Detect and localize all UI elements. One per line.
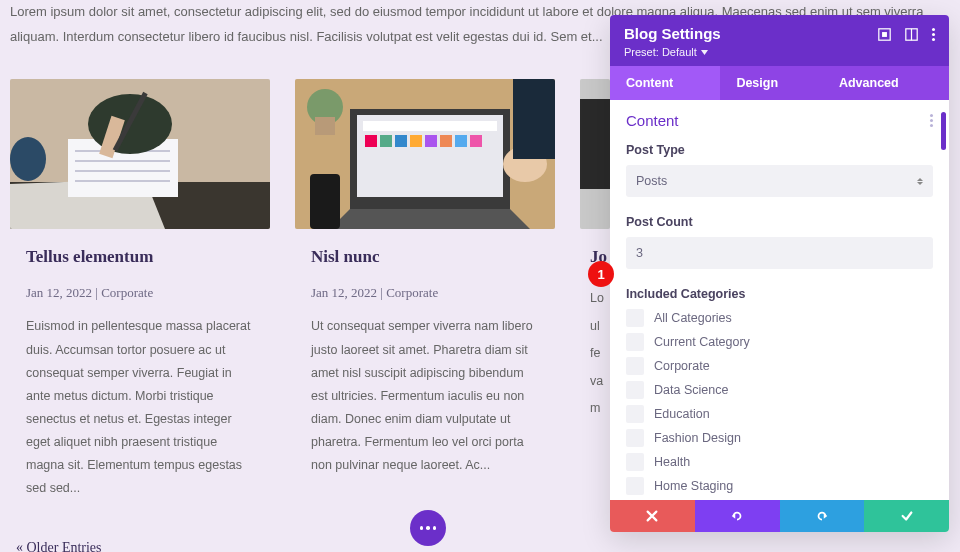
undo-button[interactable] — [695, 500, 780, 532]
section-title[interactable]: Content — [626, 112, 679, 129]
svg-rect-22 — [455, 135, 467, 147]
checkbox[interactable] — [626, 477, 644, 495]
svg-rect-18 — [395, 135, 407, 147]
tab-advanced[interactable]: Advanced — [823, 66, 949, 100]
category-label: Corporate — [654, 359, 710, 373]
post-meta: Jan 12, 2022 | Corporate — [311, 285, 539, 301]
older-entries-link[interactable]: « Older Entries — [10, 540, 950, 552]
panel-header: Blog Settings Preset: Default — [610, 15, 949, 66]
svg-rect-20 — [425, 135, 437, 147]
undo-icon — [730, 509, 744, 523]
category-label: Fashion Design — [654, 431, 741, 445]
post-meta: Jan 12, 2022 | Corporate — [26, 285, 254, 301]
post-thumbnail[interactable] — [10, 79, 270, 229]
checkbox[interactable] — [626, 453, 644, 471]
svg-point-8 — [10, 137, 46, 181]
post-excerpt: Ut consequat semper viverra nam libero j… — [311, 315, 539, 477]
post-excerpt: Euismod in pellentesque massa placerat d… — [26, 315, 254, 500]
svg-rect-17 — [380, 135, 392, 147]
post-card: Jo Lo ul fe va m — [580, 79, 610, 500]
save-button[interactable] — [864, 500, 949, 532]
post-title[interactable]: Nisl nunc — [311, 247, 539, 267]
post-type-value: Posts — [636, 174, 667, 188]
panel-body: Content Post Type Posts Post Count 3 Inc… — [610, 100, 949, 500]
tabs: Content Design Advanced — [610, 66, 949, 100]
select-caret-icon — [917, 178, 923, 185]
close-icon — [645, 509, 659, 523]
expand-icon[interactable] — [878, 28, 891, 41]
category-row[interactable]: All Categories — [626, 309, 933, 327]
category-row[interactable]: Home Staging — [626, 477, 933, 495]
post-thumbnail[interactable] — [295, 79, 555, 229]
post-type-label: Post Type — [626, 143, 933, 157]
category-row[interactable]: Education — [626, 405, 933, 423]
checkbox[interactable] — [626, 357, 644, 375]
tab-design[interactable]: Design — [720, 66, 823, 100]
panel-title: Blog Settings — [624, 25, 721, 42]
category-row[interactable]: Current Category — [626, 333, 933, 351]
svg-rect-15 — [363, 121, 497, 131]
category-label: All Categories — [654, 311, 732, 325]
checkbox[interactable] — [626, 309, 644, 327]
category-label: Health — [654, 455, 690, 469]
chevron-down-icon — [701, 50, 708, 55]
kebab-menu-icon[interactable] — [932, 28, 935, 41]
category-list: All Categories Current Category Corporat… — [626, 309, 933, 500]
category-row[interactable]: Data Science — [626, 381, 933, 399]
post-excerpt: Lo ul fe va m — [590, 285, 606, 423]
post-thumbnail[interactable] — [580, 79, 610, 229]
category-label: Home Staging — [654, 479, 733, 493]
svg-rect-26 — [513, 79, 555, 159]
category-label: Current Category — [654, 335, 750, 349]
settings-panel: Blog Settings Preset: Default Content De… — [610, 15, 949, 532]
post-title[interactable]: Tellus elementum — [26, 247, 254, 267]
redo-button[interactable] — [780, 500, 865, 532]
checkbox[interactable] — [626, 405, 644, 423]
panel-footer — [610, 500, 949, 532]
preset-label: Preset: Default — [624, 46, 697, 58]
svg-rect-23 — [470, 135, 482, 147]
post-card: Tellus elementum Jan 12, 2022 | Corporat… — [10, 79, 270, 500]
post-type-select[interactable]: Posts — [626, 165, 933, 197]
checkbox[interactable] — [626, 333, 644, 351]
svg-rect-31 — [580, 99, 610, 189]
svg-marker-24 — [330, 209, 530, 229]
step-badge: 1 — [588, 261, 614, 287]
checkbox[interactable] — [626, 429, 644, 447]
category-row[interactable]: Health — [626, 453, 933, 471]
post-card: Nisl nunc Jan 12, 2022 | Corporate Ut co… — [295, 79, 555, 500]
svg-marker-32 — [701, 50, 708, 55]
categories-label: Included Categories — [626, 287, 933, 301]
svg-rect-21 — [440, 135, 452, 147]
category-label: Data Science — [654, 383, 728, 397]
scrollbar[interactable] — [941, 112, 946, 150]
section-menu-icon[interactable] — [930, 114, 933, 127]
cancel-button[interactable] — [610, 500, 695, 532]
checkbox[interactable] — [626, 381, 644, 399]
svg-rect-29 — [315, 117, 335, 135]
redo-icon — [815, 509, 829, 523]
fab-button[interactable] — [410, 510, 446, 546]
svg-rect-34 — [882, 32, 887, 37]
svg-rect-19 — [410, 135, 422, 147]
category-row[interactable]: Fashion Design — [626, 429, 933, 447]
category-row[interactable]: Corporate — [626, 357, 933, 375]
category-label: Education — [654, 407, 710, 421]
svg-rect-16 — [365, 135, 377, 147]
svg-rect-27 — [310, 174, 340, 229]
tab-content[interactable]: Content — [610, 66, 720, 100]
check-icon — [900, 509, 914, 523]
columns-icon[interactable] — [905, 28, 918, 41]
preset-dropdown[interactable]: Preset: Default — [624, 46, 721, 58]
post-count-input[interactable]: 3 — [626, 237, 933, 269]
post-count-label: Post Count — [626, 215, 933, 229]
